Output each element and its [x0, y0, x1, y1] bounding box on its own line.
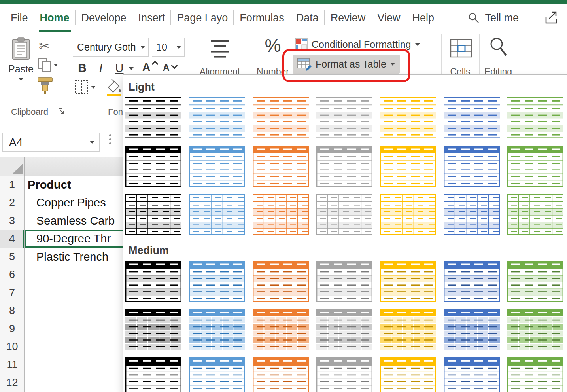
copy-button[interactable] — [38, 58, 58, 73]
tab-view[interactable]: View — [371, 4, 406, 32]
row-header-12[interactable]: 12 — [0, 374, 25, 392]
share-button[interactable] — [544, 4, 558, 32]
editing-group-button[interactable] — [489, 36, 508, 59]
table-style-medium-13[interactable] — [444, 309, 500, 350]
name-box[interactable]: A4 — [2, 133, 100, 152]
row-header-9[interactable]: 9 — [0, 320, 25, 338]
tab-file[interactable]: File — [5, 4, 34, 32]
menubar-tabs: FileHomeDevelopeInsertPage LayoFormulasD… — [0, 4, 440, 32]
clipboard-dialog-launcher[interactable] — [58, 108, 65, 116]
bold-button[interactable]: B — [75, 59, 89, 77]
increase-font-size-button[interactable]: A — [142, 61, 157, 74]
table-style-medium-17[interactable] — [253, 357, 309, 392]
number-group-button[interactable]: % — [256, 35, 289, 56]
table-style-medium-16[interactable] — [189, 357, 245, 392]
tab-insert[interactable]: Insert — [132, 4, 171, 32]
table-style-light-17[interactable] — [253, 194, 309, 235]
tab-home[interactable]: Home — [34, 4, 76, 32]
dialog-launcher-icon — [58, 108, 65, 115]
group-separator — [68, 34, 68, 122]
table-style-medium-8[interactable] — [125, 309, 181, 350]
tab-develope[interactable]: Develope — [76, 4, 132, 32]
table-style-medium-21[interactable] — [507, 357, 563, 392]
table-style-medium-14[interactable] — [507, 309, 563, 350]
table-style-light-3[interactable] — [253, 97, 309, 138]
table-style-light-20[interactable] — [444, 194, 500, 235]
table-style-light-21[interactable] — [507, 194, 563, 235]
table-style-light-15[interactable] — [125, 194, 181, 235]
row-header-8[interactable]: 8 — [0, 302, 25, 320]
table-style-light-16[interactable] — [189, 194, 245, 235]
row-header-3[interactable]: 3 — [0, 212, 25, 230]
table-style-light-11[interactable] — [316, 146, 372, 187]
underline-dropdown-icon[interactable] — [129, 67, 134, 70]
tell-me-button[interactable]: Tell me — [468, 4, 519, 32]
table-style-light-6[interactable] — [444, 97, 500, 138]
table-style-medium-3[interactable] — [253, 261, 309, 302]
table-style-medium-1[interactable] — [125, 261, 181, 302]
row-header-1[interactable]: 1 — [0, 176, 25, 194]
chevron-down-icon[interactable] — [137, 38, 148, 56]
table-style-medium-10[interactable] — [253, 309, 309, 350]
table-style-light-10[interactable] — [253, 146, 309, 187]
table-style-light-19[interactable] — [380, 194, 436, 235]
table-style-medium-2[interactable] — [189, 261, 245, 302]
format-painter-button[interactable] — [36, 77, 55, 95]
table-style-light-7[interactable] — [507, 97, 563, 138]
table-style-light-18[interactable] — [316, 194, 372, 235]
formula-bar-splitter-icon[interactable] — [109, 134, 111, 144]
chevron-down-icon — [415, 43, 420, 46]
table-style-light-8[interactable] — [125, 146, 181, 187]
table-style-light-13[interactable] — [444, 146, 500, 187]
table-style-medium-19[interactable] — [380, 357, 436, 392]
table-style-medium-12[interactable] — [380, 309, 436, 350]
cells-group-button[interactable] — [450, 37, 472, 60]
caret-up-icon — [152, 61, 159, 68]
cut-button[interactable]: ✂ — [39, 38, 50, 54]
table-style-medium-7[interactable] — [507, 261, 563, 302]
tab-help[interactable]: Help — [406, 4, 440, 32]
row-header-7[interactable]: 7 — [0, 284, 25, 302]
ribbon-tab-bar: FileHomeDevelopeInsertPage LayoFormulasD… — [0, 4, 567, 32]
paste-button[interactable]: Paste — [6, 35, 36, 104]
chevron-down-icon[interactable] — [90, 141, 94, 144]
table-style-light-2[interactable] — [189, 97, 245, 138]
fill-color-button[interactable] — [104, 78, 123, 97]
table-style-light-12[interactable] — [380, 146, 436, 187]
table-style-light-4[interactable] — [316, 97, 372, 138]
conditional-formatting-label: Conditional Formatting — [312, 39, 411, 50]
borders-button[interactable] — [74, 80, 96, 94]
chevron-down-icon[interactable] — [173, 38, 184, 56]
table-style-light-9[interactable] — [189, 146, 245, 187]
alignment-group-button[interactable] — [211, 39, 229, 61]
table-style-light-14[interactable] — [507, 146, 563, 187]
tab-review[interactable]: Review — [325, 4, 372, 32]
row-header-6[interactable]: 6 — [0, 266, 25, 284]
table-style-medium-6[interactable] — [444, 261, 500, 302]
table-style-medium-11[interactable] — [316, 309, 372, 350]
table-style-medium-18[interactable] — [316, 357, 372, 392]
table-style-medium-4[interactable] — [316, 261, 372, 302]
table-style-light-1[interactable] — [125, 97, 181, 138]
row-header-5[interactable]: 5 — [0, 248, 25, 266]
table-style-medium-9[interactable] — [189, 309, 245, 350]
table-style-medium-5[interactable] — [380, 261, 436, 302]
font-size-select[interactable]: 10 — [152, 38, 185, 57]
row-header-4[interactable]: 4 — [0, 230, 25, 248]
row-header-10[interactable]: 10 — [0, 338, 25, 356]
grow-font-label: A — [142, 61, 150, 74]
italic-button[interactable]: I — [95, 59, 107, 77]
row-header-11[interactable]: 11 — [0, 356, 25, 374]
tab-formulas[interactable]: Formulas — [234, 4, 290, 32]
table-style-medium-15[interactable] — [125, 357, 181, 392]
table-style-light-5[interactable] — [380, 97, 436, 138]
tab-page-layo[interactable]: Page Layo — [171, 4, 234, 32]
row-header-2[interactable]: 2 — [0, 194, 25, 212]
font-name-select[interactable]: Century Goth — [73, 38, 149, 57]
tab-data[interactable]: Data — [290, 4, 325, 32]
conditional-formatting-button[interactable]: Conditional Formatting — [295, 36, 420, 52]
format-as-table-button[interactable]: Format as Table — [293, 55, 400, 74]
table-style-medium-20[interactable] — [444, 357, 500, 392]
decrease-font-size-button[interactable]: A — [163, 62, 177, 73]
select-all-corner[interactable] — [0, 157, 25, 176]
